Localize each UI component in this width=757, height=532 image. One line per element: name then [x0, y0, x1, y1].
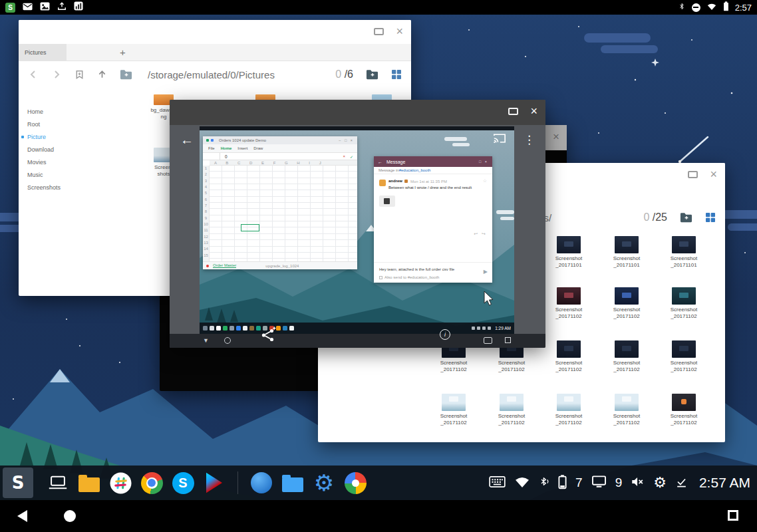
- file-item[interactable]: Screenshot_20171102: [655, 287, 712, 319]
- terminal-app-icon[interactable]: [46, 469, 70, 496]
- play-store-app-icon[interactable]: [202, 469, 226, 496]
- share-icon[interactable]: [260, 326, 276, 346]
- window-titlebar[interactable]: ×: [170, 100, 545, 125]
- minimize-icon[interactable]: [508, 108, 518, 115]
- file-label: Screenshot: [425, 360, 482, 366]
- overflow-menu-icon[interactable]: ⋮: [524, 133, 535, 146]
- sidebar-item-download[interactable]: Download: [19, 143, 143, 156]
- file-thumbnail: [672, 287, 696, 305]
- mini-app-icon: [203, 326, 208, 331]
- file-label: _20171102: [483, 420, 540, 426]
- file-item[interactable]: Screenshot_20171102: [540, 340, 597, 372]
- file-label: Screenshot: [598, 360, 655, 366]
- tab-pictures[interactable]: Pictures: [19, 44, 67, 61]
- file-item[interactable]: Screenshot_20171101: [540, 236, 597, 268]
- viewer-appbar: ← ⋮: [170, 125, 545, 154]
- grid-view-icon[interactable]: [391, 69, 402, 80]
- files-app-icon[interactable]: [281, 469, 305, 496]
- nav-home-button[interactable]: [64, 510, 76, 522]
- mini-taskbar-icons: [203, 326, 294, 331]
- media-app-icon[interactable]: [343, 469, 367, 496]
- close-icon[interactable]: ×: [396, 27, 403, 36]
- nav-back-button[interactable]: [17, 510, 27, 522]
- settings-app-icon[interactable]: ⚙: [312, 469, 336, 496]
- viewed-screenshot[interactable]: Orders 1024 update Demo – □ × FileHomeIn…: [200, 126, 514, 334]
- create-folder-icon[interactable]: [366, 69, 378, 80]
- file-label: Screenshot: [655, 360, 712, 366]
- display-icon[interactable]: [591, 475, 607, 491]
- message-text: Between what I wrote / drew and the end …: [388, 186, 488, 190]
- close-icon[interactable]: ×: [553, 130, 559, 144]
- bluetooth-icon[interactable]: [539, 474, 549, 491]
- file-item[interactable]: Screenshot_20171102: [540, 287, 597, 319]
- battery-icon[interactable]: [558, 474, 567, 492]
- nav-home-circle-icon[interactable]: [224, 337, 231, 344]
- create-folder-icon[interactable]: [680, 212, 692, 223]
- file-item[interactable]: Screenshot_20171102: [598, 287, 655, 319]
- back-icon[interactable]: ←: [180, 132, 194, 148]
- sidebar-item-music[interactable]: Music: [19, 168, 143, 181]
- mini-sheet-column-headers: A B C D E F G H I J: [210, 160, 357, 166]
- wifi-icon[interactable]: [514, 475, 530, 491]
- settings-icon[interactable]: ⚙: [653, 475, 667, 490]
- divider: [374, 262, 492, 263]
- file-item[interactable]: Screenshot_20171101: [598, 236, 655, 268]
- nav-back-triangle-icon[interactable]: ▼: [203, 337, 209, 344]
- breadcrumb-path[interactable]: /storage/emulated/0/Pictures: [148, 69, 275, 80]
- gallery-notification-icon[interactable]: [40, 1, 50, 13]
- close-icon[interactable]: ×: [530, 106, 537, 116]
- sidebar-item-root[interactable]: Root: [19, 118, 143, 130]
- close-icon[interactable]: ×: [710, 170, 717, 179]
- file-item[interactable]: Screenshot_20171102: [540, 394, 597, 426]
- file-explorer-app-icon[interactable]: [77, 469, 101, 496]
- minimize-icon[interactable]: [374, 28, 384, 35]
- sidebar-item-movies[interactable]: Movies: [19, 156, 143, 168]
- file-item[interactable]: Screenshot_20171101: [655, 236, 712, 268]
- up-directory-icon[interactable]: [97, 69, 107, 80]
- mini-message-window: ← Message □ × Message in #education_boot…: [374, 156, 492, 283]
- file-item[interactable]: Screenshot_20171102: [483, 394, 540, 426]
- status-clock: 2:57: [735, 3, 752, 13]
- file-item[interactable]: Screenshot_20171102: [655, 394, 712, 426]
- grid-view-icon[interactable]: [705, 212, 716, 223]
- launcher-button[interactable]: S: [3, 467, 33, 498]
- keyboard-icon[interactable]: [489, 476, 506, 490]
- slack-app-icon[interactable]: [108, 469, 132, 496]
- nav-recents-button[interactable]: [728, 510, 738, 521]
- mini-app-icon: [229, 326, 234, 331]
- chrome-app-icon[interactable]: [140, 469, 164, 496]
- taskbar: S S ⚙ 7 9 ⚙: [0, 466, 757, 500]
- usage-chart-notification-icon[interactable]: [74, 1, 83, 13]
- back-icon[interactable]: [28, 69, 39, 80]
- volume-muted-icon[interactable]: [631, 475, 645, 491]
- file-label: _20171102: [540, 366, 597, 373]
- forward-icon[interactable]: [51, 69, 62, 80]
- new-folder-icon[interactable]: [120, 69, 132, 80]
- new-tab-button[interactable]: +: [120, 47, 126, 58]
- file-label: _20171102: [483, 366, 540, 373]
- info-icon[interactable]: i: [440, 329, 450, 340]
- skype-app-icon[interactable]: S: [171, 469, 195, 496]
- bookmark-add-icon[interactable]: [75, 69, 84, 80]
- cast-icon[interactable]: [493, 132, 506, 147]
- remix-notification-icon[interactable]: S: [5, 3, 15, 13]
- file-item[interactable]: Screenshot_20171102: [598, 340, 655, 372]
- minimize-icon[interactable]: [688, 171, 698, 178]
- file-item[interactable]: Screenshot_20171102: [655, 340, 712, 372]
- mail-notification-icon[interactable]: [23, 1, 33, 13]
- display-small-icon[interactable]: [484, 337, 492, 344]
- sidebar-item-home[interactable]: Home: [19, 105, 143, 118]
- sidebar-item-screenshots[interactable]: Screenshots: [19, 181, 143, 194]
- file-item[interactable]: Screenshot_20171102: [425, 394, 482, 426]
- blue-sphere-app-icon[interactable]: [249, 469, 273, 496]
- mini-window-controls: □ ×: [479, 160, 488, 164]
- upload-notification-icon[interactable]: [57, 1, 67, 13]
- taskbar-clock[interactable]: 2:57 AM: [699, 475, 750, 491]
- window-titlebar[interactable]: ×: [19, 20, 411, 44]
- update-check-icon[interactable]: [675, 475, 688, 491]
- file-label: Screenshot: [655, 413, 712, 420]
- file-thumbnail: [672, 236, 696, 253]
- sidebar-item-picture[interactable]: Picture: [19, 130, 143, 143]
- file-item[interactable]: Screenshot_20171102: [598, 394, 655, 426]
- nav-recents-square-icon[interactable]: [505, 337, 511, 343]
